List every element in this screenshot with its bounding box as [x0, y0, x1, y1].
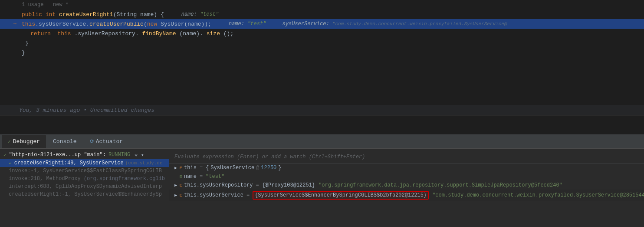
frame-method-1: invoke:-1, SysUserService$$FastClassBySp…	[9, 168, 162, 174]
debugger-content: ✓ "http-nio-8121-exe...up "main": RUNNIN…	[0, 149, 644, 227]
repo-extra-value: "org.springframework.data.jpa.repository…	[319, 182, 562, 188]
expand-repo-icon: ▶	[174, 183, 177, 188]
blame-text: You, 3 minutes ago • Uncommitted changes	[19, 107, 154, 114]
frame-method-0: createUserRight1:49, SysUserService	[14, 160, 124, 166]
code-line-empty5	[0, 96, 644, 105]
eval-bar-text: Evaluate expression (Enter) or add a wat…	[174, 154, 365, 160]
service-extra-value: "com.study.demo.concurrent.weixin.proxyf…	[432, 192, 644, 198]
code-line-empty2	[0, 67, 644, 77]
var-name-this: this	[184, 165, 197, 171]
var-name-repo: this.sysUserRepository	[184, 182, 253, 188]
tab-console-label: Console	[53, 138, 77, 145]
code-line-empty1	[0, 57, 644, 67]
code-line-usage: 1 usage new *	[0, 0, 644, 10]
code-line-close-inner: }	[0, 38, 644, 48]
variables-panel: Evaluate expression (Enter) or add a wat…	[169, 149, 644, 227]
var-name-name: name	[184, 174, 197, 180]
code-line-method-sig: public int createUserRight1 ( String nam…	[0, 10, 644, 19]
thread-row[interactable]: ✓ "http-nio-8121-exe...up "main": RUNNIN…	[0, 150, 169, 159]
var-name-service: this.sysUserService	[184, 192, 243, 198]
frame-loc-0: (com.study.de	[125, 160, 163, 166]
git-blame: You, 3 minutes ago • Uncommitted changes	[0, 105, 644, 116]
filter-icon: ▽	[135, 152, 138, 158]
code-line-return: return this .sysUserRepository. findByNa…	[0, 29, 644, 38]
frame-row-0[interactable]: ↩ createUserRight1:49, SysUserService (c…	[0, 159, 169, 167]
tab-console[interactable]: Console	[47, 135, 83, 148]
tab-actuator-label: Actuator	[96, 138, 123, 145]
frame-row-2[interactable]: invoke:218, MethodProxy (org.springframe…	[0, 175, 169, 183]
var-row-name[interactable]: ▶ ⊟ name = "test"	[169, 172, 644, 181]
code-line-debug-current: → this . sysUserService . createUserPubl…	[0, 19, 644, 29]
service-value-highlighted: {SysUserService$$EnhancerBySpringCGLIB$$…	[253, 191, 429, 200]
var-row-this[interactable]: ▶ ⊞ this = { SysUserService @ 12250 }	[169, 164, 644, 172]
frame-row-1[interactable]: invoke:-1, SysUserService$$FastClassBySp…	[0, 167, 169, 175]
chevron-down-icon: ▾	[141, 152, 144, 158]
frame-row-3[interactable]: intercept:688, CglibAopProxy$DynamicAdvi…	[0, 183, 169, 190]
thread-name-label: "http-nio-8121-exe...up "main":	[9, 152, 106, 158]
frames-panel: ✓ "http-nio-8121-exe...up "main": RUNNIN…	[0, 149, 169, 227]
obj-icon-service: ⊞	[180, 193, 182, 198]
str-icon-name: ⊟	[180, 174, 182, 179]
var-row-service[interactable]: ▶ ⊞ this.sysUserService = {SysUserServic…	[169, 190, 644, 201]
frame-method-2: invoke:218, MethodProxy (org.springframe…	[9, 176, 165, 182]
debugger-tabs-bar: ✓ Debugger Console ⟳ Actuator	[0, 135, 644, 149]
code-line-empty4	[0, 86, 644, 96]
tab-actuator[interactable]: ⟳ Actuator	[84, 135, 129, 148]
var-row-repository[interactable]: ▶ ⊞ this.sysUserRepository = {$Proxy103@…	[169, 181, 644, 190]
tab-debugger[interactable]: ✓ Debugger	[2, 135, 46, 148]
code-editor: 1 usage new * public int createUserRight…	[0, 0, 644, 135]
tab-debugger-label: Debugger	[13, 138, 40, 145]
thread-status-label: RUNNING	[108, 152, 130, 158]
expand-this-icon: ▶	[174, 165, 177, 170]
usage-badge: 1 usage new *	[22, 2, 69, 8]
code-line-empty3	[0, 77, 644, 86]
frame-method-3: intercept:688, CglibAopProxy$DynamicAdvi…	[9, 184, 162, 190]
obj-icon-this: ⊞	[180, 165, 182, 170]
frame-row-4[interactable]: createUserRight1:-1, SysUserService$$Enh…	[0, 190, 169, 198]
frame-method-4: createUserRight1:-1, SysUserService$$Enh…	[9, 191, 162, 197]
obj-icon-repo: ⊞	[180, 183, 182, 188]
code-line-close-outer: }	[0, 48, 644, 57]
eval-bar[interactable]: Evaluate expression (Enter) or add a wat…	[169, 150, 644, 164]
frame-arrow-icon: ↩	[9, 160, 12, 166]
debugger-panel: ✓ Debugger Console ⟳ Actuator ✓ "http-ni…	[0, 135, 644, 227]
expand-service-icon: ▶	[174, 193, 177, 198]
